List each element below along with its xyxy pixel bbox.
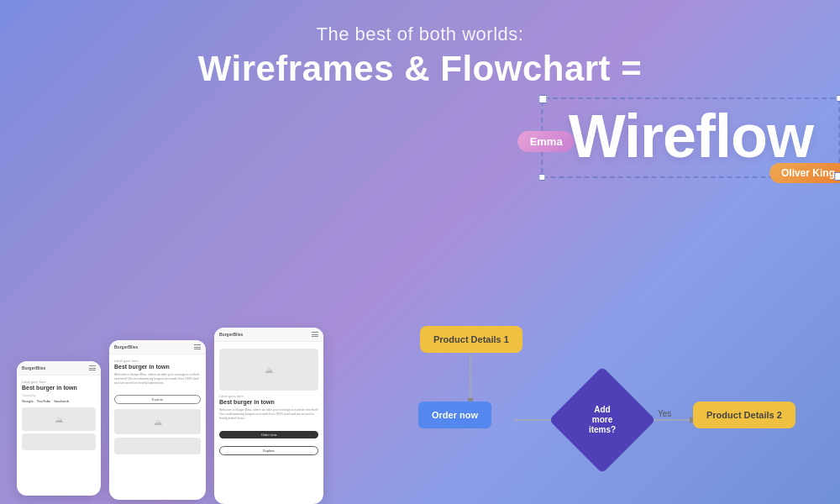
phone2-logo: BurgerBliss	[114, 344, 138, 349]
phone1-trusted: Trusted by:	[22, 394, 96, 397]
add-more-items-label: Add more items?	[584, 405, 622, 435]
phone3-logo: BurgerBliss	[219, 332, 243, 337]
header-subtitle: The best of both worlds:	[0, 24, 840, 45]
phone2-explore-button[interactable]: Explore	[114, 395, 201, 404]
logo-facebook: facebook	[54, 399, 69, 403]
phone1-image-placeholder2	[22, 433, 96, 450]
phone3-explore-button[interactable]: Explore	[219, 446, 318, 455]
phone2-image-placeholder: ⛰	[114, 409, 201, 434]
image-icon2: ⛰	[154, 417, 162, 427]
phone2-text: Welcome to Burger Bliss, where we take y…	[114, 373, 201, 386]
phone3-content: ⛰ Label goes here Best burger in town We…	[214, 342, 323, 461]
corner-handle-tr	[836, 95, 840, 102]
phone-mockup-1: BurgerBliss Label goes here Best burger …	[17, 361, 101, 496]
phone1-logos: Google YouTube facebook	[22, 399, 96, 403]
phone3-label: Label goes here	[219, 394, 318, 398]
phone2-header: BurgerBliss	[109, 340, 206, 354]
collaborator-badge-emma: Emma	[518, 131, 575, 152]
product-details-1-label: Product Details 1	[420, 326, 522, 353]
product-details-2-label: Product Details 2	[693, 402, 795, 428]
corner-handle-bl	[539, 174, 546, 181]
header-title: Wireframes & Flowchart =	[0, 49, 840, 89]
yes-label: Yes	[658, 409, 671, 418]
phone1-menu-icon	[89, 365, 96, 370]
flowchart-node-product1: Product Details 1	[420, 326, 522, 353]
phone1-content: Label goes here Best burger in town Trus…	[17, 375, 101, 457]
logo-google: Google	[22, 399, 34, 403]
flowchart-node-product2: Product Details 2	[693, 402, 795, 428]
phone1-logo: BurgerBliss	[22, 365, 45, 370]
phone2-label: Label goes here	[114, 359, 201, 363]
phone1-label: Label goes here	[22, 380, 96, 384]
phone3-menu-icon	[312, 332, 318, 337]
phone1-heading: Best burger in town	[22, 385, 96, 391]
image-icon: ⛰	[55, 415, 63, 424]
header-section: The best of both worlds: Wireframes & Fl…	[0, 0, 840, 178]
wireflow-text: Wireflow	[569, 106, 813, 166]
phone2-menu-icon	[194, 344, 201, 349]
phone2-content: Label goes here Best burger in town Welc…	[109, 354, 206, 461]
order-now-label: Order now	[418, 402, 491, 428]
wireflow-brand-box: Wireflow Emma Oliver King	[542, 97, 840, 178]
wireflow-border: Wireflow Emma Oliver King	[542, 97, 840, 178]
flowchart-area: Product Details 1 Order now Add more ite…	[403, 319, 840, 504]
phone3-heading: Best burger in town	[219, 399, 318, 406]
wireframes-area: BurgerBliss Label goes here Best burger …	[0, 319, 403, 504]
flowchart-node-diamond-container: Add more items?	[564, 382, 640, 458]
phone3-text: Welcome to Burger Bliss, where we take y…	[219, 408, 318, 421]
image-icon3: ⛰	[265, 365, 273, 375]
phone1-header: BurgerBliss	[17, 361, 101, 375]
bottom-section: BurgerBliss Label goes here Best burger …	[0, 311, 840, 504]
phone-mockup-2: BurgerBliss Label goes here Best burger …	[109, 340, 206, 500]
phone2-heading: Best burger in town	[114, 364, 201, 370]
phone1-image-placeholder: ⛰	[22, 407, 96, 431]
phone3-header: BurgerBliss	[214, 328, 323, 342]
collaborator-badge-oliver: Oliver King	[769, 163, 840, 183]
phone2-image-placeholder2	[114, 438, 201, 454]
phone3-image-placeholder: ⛰	[219, 349, 318, 391]
phone-mockup-3: BurgerBliss ⛰ Label goes here Best burge…	[214, 328, 323, 504]
logo-youtube: YouTube	[37, 399, 51, 403]
phone3-order-button[interactable]: Order now	[219, 431, 318, 438]
flowchart-node-order: Order now	[418, 402, 491, 428]
